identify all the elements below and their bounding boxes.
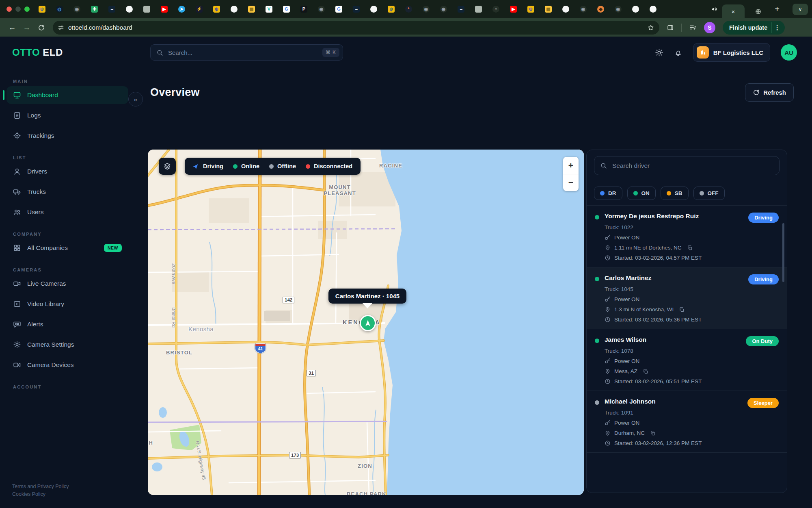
active-tab[interactable]: ×	[722, 4, 745, 18]
media-controls-icon[interactable]	[689, 24, 697, 31]
puzzle-favicon[interactable]	[475, 6, 482, 13]
sidebar-item-trackings[interactable]: Trackings	[6, 127, 128, 145]
map-layers-button[interactable]	[159, 158, 176, 175]
finish-update-button[interactable]: Finish update ⋮	[723, 21, 785, 35]
panel-scrollbar[interactable]	[782, 223, 784, 282]
forward-button[interactable]: →	[20, 21, 33, 34]
sidebar-item-drivers[interactable]: Drivers	[6, 163, 128, 180]
browser-menu-icon[interactable]: ⋮	[771, 22, 782, 33]
company-switcher[interactable]: BF Logistics LLC	[693, 43, 770, 62]
url-text[interactable]: ottoeld.com/dashboard	[68, 24, 647, 31]
driver-card[interactable]: Carlos Martinez Driving Truck: 1045 Powe…	[587, 267, 787, 329]
sidebar-item-trucks[interactable]: Trucks	[6, 183, 128, 201]
sidebar-item-live-cameras[interactable]: Live Cameras	[6, 275, 128, 293]
back-button[interactable]: ←	[6, 21, 19, 34]
user-avatar[interactable]: AU	[781, 44, 797, 61]
relay-favicon[interactable]: ⌣	[458, 6, 464, 13]
copy-icon[interactable]	[650, 430, 656, 436]
person-orange-favicon[interactable]: *	[405, 6, 412, 13]
youtube-favicon[interactable]: ▶	[510, 6, 517, 13]
relay-favicon[interactable]: ⌣	[353, 6, 360, 13]
sidebar-item-camera-settings[interactable]: Camera Settings	[6, 336, 128, 354]
github-favicon[interactable]	[632, 6, 639, 13]
minimize-window-button[interactable]	[15, 7, 21, 12]
sidebar-item-camera-devices[interactable]: Camera Devices	[6, 356, 128, 374]
driver-marker[interactable]	[360, 315, 376, 331]
driver-search[interactable]	[594, 156, 780, 175]
sidebar-collapse-button[interactable]: «	[128, 92, 143, 106]
close-tab-icon[interactable]: ×	[732, 8, 735, 15]
shield-yellow-favicon[interactable]: ψ	[39, 6, 45, 13]
zoom-in-button[interactable]: +	[563, 157, 579, 174]
rings-blue-favicon[interactable]: ◎	[56, 6, 63, 13]
reload-button[interactable]	[35, 21, 48, 34]
filter-chip-dr[interactable]: DR	[594, 187, 622, 200]
globe-favicon[interactable]: ◉	[580, 6, 587, 13]
github-favicon[interactable]	[370, 6, 377, 13]
shield-gold-favicon[interactable]: ▦	[545, 6, 552, 13]
tab-search-button[interactable]: ∨	[793, 4, 808, 15]
refresh-button[interactable]: Refresh	[745, 83, 794, 102]
site-settings-icon[interactable]	[58, 24, 64, 31]
sidebar-item-dashboard[interactable]: Dashboard	[6, 86, 128, 104]
translate-favicon[interactable]: G	[335, 6, 342, 13]
copy-icon[interactable]	[643, 369, 648, 374]
global-search[interactable]: ⌘ K	[150, 44, 343, 61]
sidebar-item-users[interactable]: Users	[6, 203, 128, 221]
github-favicon[interactable]	[126, 6, 133, 13]
filter-chip-off[interactable]: OFF	[693, 187, 725, 200]
address-bar[interactable]: ottoeld.com/dashboard	[53, 21, 659, 35]
bolt-purple-favicon[interactable]: ⚡	[196, 6, 203, 13]
copy-icon[interactable]	[687, 245, 693, 251]
sun-orange-favicon[interactable]: ◆	[597, 6, 604, 13]
terms-link[interactable]: Terms and Privacy Policy	[12, 484, 135, 489]
telegram-favicon[interactable]: ➤	[178, 6, 185, 13]
globe-favicon[interactable]: ◉	[440, 6, 447, 13]
shield-yellow-favicon[interactable]: ψ	[388, 6, 395, 13]
filter-chip-sb[interactable]: SB	[661, 187, 689, 200]
globe-favicon[interactable]: ◉	[615, 6, 622, 13]
github-favicon[interactable]	[562, 6, 569, 13]
bookmark-star-icon[interactable]	[647, 24, 654, 31]
adjacent-tab[interactable]	[749, 4, 767, 18]
relay-favicon[interactable]: ⌣	[108, 6, 115, 13]
browser-profile-avatar[interactable]: S	[704, 22, 715, 33]
flag-p-favicon[interactable]: P	[300, 6, 307, 13]
shield-gold-favicon[interactable]: ▦	[248, 6, 255, 13]
youtube-favicon[interactable]: ▶	[161, 6, 168, 13]
translate-favicon[interactable]: G	[283, 6, 290, 13]
cookies-link[interactable]: Cookies Policy	[12, 491, 135, 497]
driver-card[interactable]: Yormey De jesus Restrepo Ruiz Driving Tr…	[587, 206, 787, 267]
puzzle-favicon[interactable]	[143, 6, 150, 13]
zoom-window-button[interactable]	[24, 7, 30, 12]
copy-icon[interactable]	[679, 307, 685, 313]
driver-card[interactable]: James Wilson On Duty Truck: 1078 Power O…	[587, 329, 787, 391]
sheets-green-favicon[interactable]: ✚	[91, 6, 98, 13]
driver-card[interactable]: Michael Johnson Sleeper Truck: 1091 Powe…	[587, 391, 787, 453]
side-panel-icon[interactable]	[667, 24, 674, 31]
github-favicon[interactable]	[650, 6, 657, 13]
zoom-out-button[interactable]: −	[563, 174, 579, 191]
filter-chip-on[interactable]: ON	[627, 187, 656, 200]
globe-favicon[interactable]: ◉	[73, 6, 80, 13]
shield-yellow-favicon[interactable]: ψ	[213, 6, 220, 13]
notifications-bell-icon[interactable]	[674, 48, 682, 57]
globe-favicon[interactable]: ◉	[423, 6, 430, 13]
driver-search-input[interactable]	[611, 162, 773, 170]
map[interactable]: RACINE MOUNT PLEASANT Kenosha KENOSHA BR…	[148, 150, 584, 495]
ring-favicon[interactable]: ○	[492, 6, 499, 13]
close-window-button[interactable]	[6, 7, 12, 12]
sidebar-item-video-library[interactable]: Video Library	[6, 295, 128, 313]
map-label-zion: ZION	[358, 463, 372, 469]
globe-favicon[interactable]: ◉	[318, 6, 325, 13]
shield-yellow-favicon[interactable]: ψ	[527, 6, 534, 13]
search-input[interactable]	[167, 49, 322, 56]
tab-audio-icon[interactable]	[711, 6, 718, 13]
sidebar-item-alerts[interactable]: Alerts	[6, 315, 128, 333]
sidebar-item-logs[interactable]: Logs	[6, 106, 128, 124]
theme-toggle-sun-icon[interactable]	[655, 48, 663, 57]
new-tab-button[interactable]: +	[771, 4, 783, 14]
v-teal-favicon[interactable]: V	[266, 6, 272, 13]
sidebar-item-all-companies[interactable]: All Companies NEW	[6, 239, 128, 257]
github-favicon[interactable]	[231, 6, 238, 13]
